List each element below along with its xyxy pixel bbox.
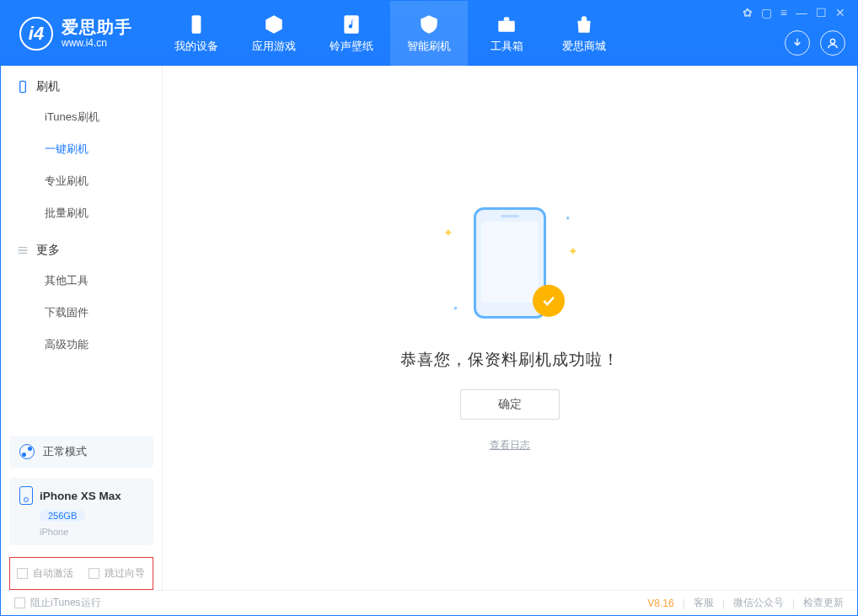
success-illustration: ✦ ✦ ● ● <box>438 204 582 330</box>
footer-right: V8.16 | 客服 | 微信公众号 | 检查更新 <box>647 596 844 610</box>
footer-link-wechat[interactable]: 微信公众号 <box>733 596 784 610</box>
separator: | <box>722 597 725 609</box>
flash-options-highlight: 自动激活 跳过向导 <box>9 557 153 590</box>
tab-label: 工具箱 <box>491 39 523 54</box>
checkbox-icon <box>17 568 28 579</box>
header-right: ✿ ▢ ≡ — ☐ ✕ <box>743 1 845 66</box>
checkbox-label: 自动激活 <box>33 567 73 579</box>
app-title: 爱思助手 <box>62 17 132 37</box>
sparkle-icon: ✦ <box>443 226 453 239</box>
success-message: 恭喜您，保资料刷机成功啦！ <box>400 349 619 371</box>
tab-apps-games[interactable]: 应用游戏 <box>235 1 313 66</box>
footer-link-update[interactable]: 检查更新 <box>803 596 844 610</box>
sidebar-item-pro-flash[interactable]: 专业刷机 <box>1 165 162 197</box>
checkbox-skip-guide[interactable]: 跳过向导 <box>88 566 145 581</box>
logo-text: 爱思助手 www.i4.cn <box>62 17 132 49</box>
checkbox-block-itunes[interactable]: 阻止iTunes运行 <box>14 596 101 610</box>
device-card[interactable]: iPhone XS Max 256GB iPhone <box>9 478 153 545</box>
ok-button[interactable]: 确定 <box>460 389 560 420</box>
checkbox-icon <box>14 597 25 608</box>
nav-tabs: 我的设备 应用游戏 铃声壁纸 智能刷机 工具箱 爱思商城 <box>158 1 623 66</box>
svg-point-3 <box>830 39 834 43</box>
body: 刷机 iTunes刷机 一键刷机 专业刷机 批量刷机 更多 其他工具 下载固件 … <box>1 66 857 590</box>
sidebar-item-onekey-flash[interactable]: 一键刷机 <box>1 133 162 165</box>
shopping-bag-icon <box>573 13 595 35</box>
user-icon <box>826 36 839 50</box>
mode-icon <box>19 444 35 459</box>
mode-label: 正常模式 <box>43 444 87 459</box>
tab-store[interactable]: 爱思商城 <box>545 1 623 66</box>
account-button[interactable] <box>820 30 845 56</box>
app-window: i4 爱思助手 www.i4.cn 我的设备 应用游戏 铃声壁纸 智能刷机 <box>0 0 858 616</box>
sidebar-item-batch-flash[interactable]: 批量刷机 <box>1 197 162 229</box>
refresh-shield-icon <box>418 13 440 35</box>
sidebar-item-itunes-flash[interactable]: iTunes刷机 <box>1 101 162 133</box>
maximize-icon[interactable]: ☐ <box>816 6 827 19</box>
dot-icon: ● <box>566 214 570 222</box>
list-icon <box>16 244 29 257</box>
briefcase-icon <box>496 13 517 35</box>
phone-outline-icon <box>16 80 29 94</box>
phone-icon <box>185 13 207 35</box>
header: i4 爱思助手 www.i4.cn 我的设备 应用游戏 铃声壁纸 智能刷机 <box>1 1 857 66</box>
footer-link-service[interactable]: 客服 <box>694 596 714 610</box>
download-button[interactable] <box>785 30 810 56</box>
checkbox-icon <box>88 568 99 579</box>
svg-rect-2 <box>498 20 515 31</box>
device-name: iPhone XS Max <box>40 490 121 502</box>
logo: i4 爱思助手 www.i4.cn <box>1 17 151 51</box>
close-icon[interactable]: ✕ <box>835 6 845 19</box>
tab-label: 铃声壁纸 <box>330 39 373 54</box>
svg-rect-4 <box>20 81 26 92</box>
music-note-icon <box>341 13 362 35</box>
checkbox-auto-activate[interactable]: 自动激活 <box>17 566 73 581</box>
shirt-icon[interactable]: ✿ <box>743 6 753 19</box>
success-badge <box>533 285 565 317</box>
mode-card[interactable]: 正常模式 <box>9 436 153 468</box>
view-log-link[interactable]: 查看日志 <box>490 438 530 453</box>
group-title: 更多 <box>36 243 60 258</box>
tab-smart-flash[interactable]: 智能刷机 <box>390 1 468 66</box>
sidebar-item-other-tools[interactable]: 其他工具 <box>1 265 162 297</box>
sidebar-item-advanced[interactable]: 高级功能 <box>1 329 162 361</box>
checkbox-label: 跳过向导 <box>105 567 145 579</box>
footer: 阻止iTunes运行 V8.16 | 客服 | 微信公众号 | 检查更新 <box>1 590 857 615</box>
header-circle-buttons <box>785 30 845 56</box>
separator: | <box>792 597 795 609</box>
version-label: V8.16 <box>647 597 673 609</box>
checkbox-label: 阻止iTunes运行 <box>30 597 101 608</box>
device-icon <box>19 486 33 505</box>
separator: | <box>683 597 685 609</box>
dot-icon: ● <box>453 304 458 312</box>
checkmark-icon <box>540 292 557 309</box>
sparkle-icon: ✦ <box>568 244 578 258</box>
tab-ringtone-wallpaper[interactable]: 铃声壁纸 <box>313 1 390 66</box>
lock-icon[interactable]: ▢ <box>761 6 772 19</box>
device-capacity: 256GB <box>40 510 85 522</box>
svg-rect-0 <box>192 15 201 34</box>
download-icon <box>791 36 804 50</box>
tab-label: 智能刷机 <box>407 39 451 54</box>
tab-toolbox[interactable]: 工具箱 <box>468 1 545 66</box>
group-title: 刷机 <box>36 79 60 94</box>
sidebar: 刷机 iTunes刷机 一键刷机 专业刷机 批量刷机 更多 其他工具 下载固件 … <box>1 66 163 590</box>
device-type: iPhone <box>40 527 143 537</box>
sidebar-item-download-firmware[interactable]: 下载固件 <box>1 297 162 329</box>
app-subtitle: www.i4.cn <box>62 37 132 49</box>
device-row: iPhone XS Max <box>19 486 143 505</box>
tab-label: 应用游戏 <box>252 39 296 54</box>
cube-icon <box>263 13 285 35</box>
window-controls: ✿ ▢ ≡ — ☐ ✕ <box>743 6 845 19</box>
sidebar-group-more: 更多 <box>1 229 162 265</box>
menu-icon[interactable]: ≡ <box>780 6 787 19</box>
tab-my-device[interactable]: 我的设备 <box>158 1 235 66</box>
tab-label: 爱思商城 <box>562 39 606 54</box>
sidebar-group-flash: 刷机 <box>1 66 162 101</box>
minimize-icon[interactable]: — <box>796 6 807 19</box>
main-content: ✦ ✦ ● ● 恭喜您，保资料刷机成功啦！ 确定 查看日志 <box>163 66 857 590</box>
logo-icon: i4 <box>19 17 53 51</box>
tab-label: 我的设备 <box>174 39 218 54</box>
